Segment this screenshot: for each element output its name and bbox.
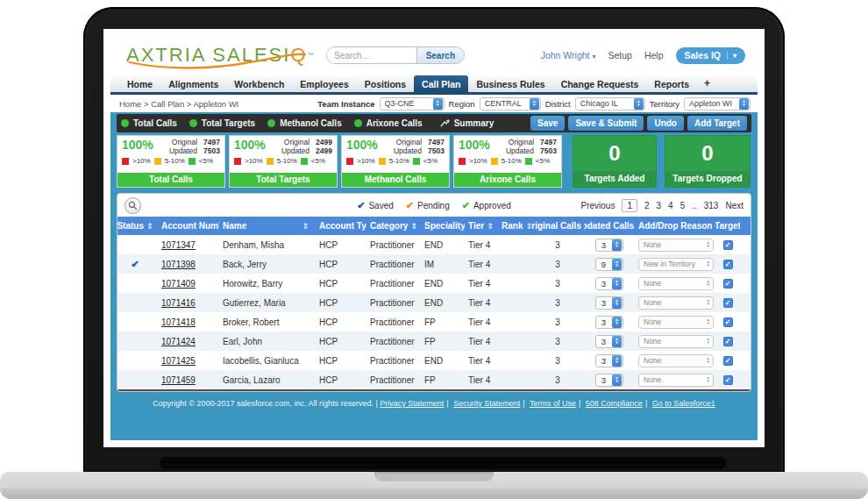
updated-calls-stepper[interactable]: 3▲▼ — [595, 296, 623, 310]
target-checkbox[interactable] — [723, 279, 733, 289]
search-button[interactable]: Search — [416, 46, 464, 64]
reason-code-select[interactable]: None▲▼ — [638, 374, 714, 387]
previous-page-button[interactable]: Previous — [580, 201, 615, 210]
reason-code-select[interactable]: None▲▼ — [638, 239, 714, 252]
target-checkbox[interactable] — [723, 260, 733, 269]
account-type: HCP — [312, 356, 366, 366]
updated-calls-stepper[interactable]: 3▲▼ — [595, 335, 623, 348]
page-313[interactable]: 313 — [704, 201, 719, 210]
red-swatch-icon — [234, 158, 241, 165]
tab-workbench[interactable]: Workbench — [226, 75, 292, 92]
app-header: AXTRIA SALESIQ™ Search John Wright ▾ Set… — [110, 36, 758, 75]
go-to-salesforce1-link[interactable]: Go to Salesforce1 — [652, 399, 715, 408]
user-menu[interactable]: John Wright ▾ — [541, 50, 596, 61]
terms-of-use-link[interactable]: Terms of Use — [530, 399, 576, 408]
page-2[interactable]: 2 — [644, 201, 650, 210]
territory-select[interactable]: Appleton WI▲▼ — [684, 97, 751, 110]
summary-toggle[interactable]: Summary — [440, 118, 494, 128]
col-rank[interactable]: Rank⇕ — [498, 221, 531, 231]
card-title: Methanol Calls — [342, 173, 449, 187]
target-checkbox[interactable] — [723, 317, 733, 327]
tab-reports[interactable]: Reports — [646, 75, 697, 92]
col-account-number[interactable]: Account Number* — [153, 221, 219, 231]
compliance-link[interactable]: 508 Compliance — [586, 399, 643, 408]
col-category[interactable]: Category⇕ — [366, 221, 417, 231]
account-number-link[interactable]: 1071398 — [161, 260, 196, 269]
setup-link[interactable]: Setup — [608, 50, 631, 61]
reason-code-select[interactable]: None▲▼ — [638, 354, 714, 367]
team-instance-select[interactable]: Q3-CNE▲▼ — [380, 97, 445, 110]
legend-arixone-calls[interactable]: Arixone Calls — [354, 118, 423, 128]
account-number-link[interactable]: 1071347 — [161, 240, 196, 250]
col-account-type[interactable]: Account Type⇕ — [312, 221, 366, 231]
account-number-link[interactable]: 1071424 — [161, 337, 196, 346]
page-5[interactable]: 5 — [680, 201, 686, 210]
threshold-legend: >10%5-10%<5% — [230, 155, 337, 165]
reason-code-select[interactable]: None▲▼ — [638, 277, 714, 290]
page-4[interactable]: 4 — [668, 201, 673, 210]
legend-total-calls[interactable]: Total Calls — [121, 118, 177, 128]
tab-positions[interactable]: Positions — [357, 75, 414, 92]
updated-calls-stepper[interactable]: 9▲▼ — [595, 258, 623, 271]
save-submit-button[interactable]: Save & Submit — [568, 116, 644, 131]
target-checkbox[interactable] — [723, 240, 733, 250]
add-target-button[interactable]: Add Target — [687, 116, 747, 131]
updated-calls-stepper[interactable]: 3▲▼ — [595, 277, 623, 290]
security-statement-link[interactable]: Security Statement — [453, 399, 520, 408]
yellow-swatch-icon — [267, 158, 274, 165]
region-select[interactable]: CENTRAL▲▼ — [480, 97, 541, 110]
card-title: Arixone Calls — [454, 173, 561, 187]
search-input[interactable] — [327, 47, 416, 63]
help-link[interactable]: Help — [644, 50, 664, 61]
tab-change-requests[interactable]: Change Requests — [553, 75, 647, 92]
tab-employees[interactable]: Employees — [292, 75, 356, 92]
updated-calls-stepper[interactable]: 3▲▼ — [595, 374, 623, 387]
updated-calls-stepper[interactable]: 3▲▼ — [595, 239, 623, 252]
tab-call-plan[interactable]: Call Plan — [414, 75, 468, 92]
privacy-statement-link[interactable]: Privacy Statement — [380, 399, 444, 408]
account-number-link[interactable]: 1071459 — [161, 375, 196, 385]
col-add-drop-reason[interactable]: Add/Drop Reason code⇕ — [635, 221, 715, 231]
account-number-link[interactable]: 1071425 — [161, 356, 196, 366]
targets-dropped-card: 0 Targets Dropped — [665, 135, 751, 188]
metric-card-total-targets: 100% Original2499Updated2499 >10%5-10%<5… — [229, 135, 338, 188]
updated-calls-stepper[interactable]: 3▲▼ — [595, 354, 623, 367]
reason-code-select[interactable]: None▲▼ — [638, 335, 714, 348]
col-target[interactable]: Target — [715, 221, 740, 231]
reason-code-select[interactable]: None▲▼ — [638, 296, 714, 310]
col-updated-calls[interactable]: Updated Calls⇕ — [584, 221, 635, 231]
sales-iq-app-button[interactable]: Sales IQ▾ — [676, 47, 745, 64]
legend-total-targets[interactable]: Total Targets — [189, 118, 255, 128]
tab-home[interactable]: Home — [119, 75, 160, 92]
red-swatch-icon — [122, 158, 129, 165]
page-3[interactable]: 3 — [657, 201, 662, 210]
reason-code-select[interactable]: New in Territory▲▼ — [638, 258, 714, 271]
add-tab-button[interactable]: + — [697, 74, 717, 92]
undo-button[interactable]: Undo — [647, 116, 684, 131]
laptop-mockup: AXTRIA SALESIQ™ Search John Wright ▾ Set… — [0, 0, 868, 499]
save-button[interactable]: Save — [530, 116, 565, 131]
account-number-link[interactable]: 1071418 — [161, 317, 196, 327]
target-checkbox[interactable] — [723, 298, 733, 308]
target-checkbox[interactable] — [723, 356, 733, 366]
account-number-link[interactable]: 1071409 — [161, 279, 196, 289]
col-original-calls[interactable]: Original Calls⇕ — [531, 221, 584, 231]
col-status[interactable]: Status⇕ — [117, 221, 153, 231]
col-tier[interactable]: Tier⇕ — [465, 221, 498, 231]
account-number-link[interactable]: 1071416 — [161, 298, 196, 308]
green-swatch-icon — [413, 158, 420, 165]
reason-code-select[interactable]: None▲▼ — [638, 316, 714, 329]
col-speciality[interactable]: Speciality⇕ — [417, 221, 465, 231]
sort-icon: ⇕ — [410, 222, 417, 231]
target-checkbox[interactable] — [723, 337, 733, 346]
next-page-button[interactable]: Next — [725, 201, 743, 210]
tab-alignments[interactable]: Alignments — [160, 75, 226, 92]
stepper-icon: ▲▼ — [530, 98, 539, 110]
legend-methanol-calls[interactable]: Methanol Calls — [267, 118, 342, 128]
updated-calls-stepper[interactable]: 3▲▼ — [595, 316, 623, 329]
page-1[interactable]: 1 — [622, 199, 637, 212]
target-checkbox[interactable] — [723, 375, 733, 385]
district-select[interactable]: Chicago IL▲▼ — [575, 97, 645, 110]
tab-business-rules[interactable]: Business Rules — [468, 75, 552, 92]
col-name[interactable]: Name⇕ — [219, 221, 312, 231]
